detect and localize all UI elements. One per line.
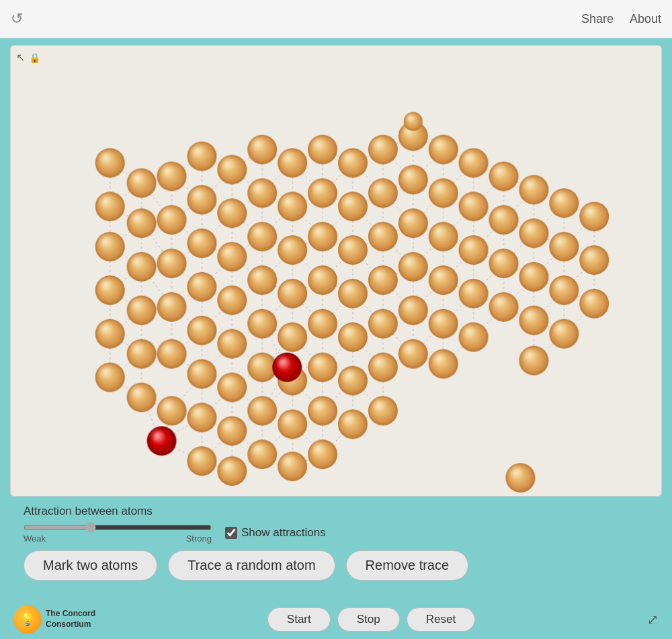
top-bar-left: ↺ xyxy=(11,10,23,28)
show-attractions-container[interactable]: Show attractions xyxy=(225,526,326,540)
concord-logo: 💡 The Concord Consortium xyxy=(13,605,95,634)
simulation-area[interactable]: ↖ 🔒 xyxy=(10,45,662,497)
start-button[interactable]: Start xyxy=(267,607,331,632)
attraction-label: Attraction between atoms xyxy=(24,505,648,518)
slider-container: Weak Strong xyxy=(24,522,212,544)
attraction-slider[interactable] xyxy=(24,522,212,533)
slider-labels: Weak Strong xyxy=(24,534,212,544)
about-button[interactable]: About xyxy=(630,12,661,26)
show-attractions-label[interactable]: Show attractions xyxy=(241,526,326,540)
controls-area: Attraction between atoms Weak Strong Sho… xyxy=(10,497,662,586)
reset-button[interactable]: Reset xyxy=(407,607,475,632)
mark-two-atoms-button[interactable]: Mark two atoms xyxy=(24,550,157,581)
expand-icon: ⤢ xyxy=(647,611,659,628)
playback-buttons: Start Stop Reset xyxy=(267,607,475,632)
share-button[interactable]: Share xyxy=(581,12,614,26)
top-bar-right: Share About xyxy=(581,12,661,26)
trace-random-atom-button[interactable]: Trace a random atom xyxy=(168,550,335,581)
slider-row: Weak Strong Show attractions xyxy=(24,522,648,544)
show-attractions-checkbox[interactable] xyxy=(225,527,237,539)
stop-button[interactable]: Stop xyxy=(337,607,400,632)
concord-logo-icon: 💡 xyxy=(13,605,42,634)
weak-label: Weak xyxy=(24,534,46,544)
fullscreen-button[interactable]: ⤢ xyxy=(647,611,659,628)
strong-label: Strong xyxy=(186,534,212,544)
action-buttons: Mark two atoms Trace a random atom Remov… xyxy=(24,550,648,581)
refresh-icon[interactable]: ↺ xyxy=(11,10,23,28)
concord-logo-text: The Concord Consortium xyxy=(46,609,95,630)
main-container: ↖ 🔒 Attraction between atoms Weak Strong… xyxy=(0,38,672,639)
remove-trace-button[interactable]: Remove trace xyxy=(346,550,469,581)
top-bar: ↺ Share About xyxy=(0,0,672,38)
atom-canvas xyxy=(11,46,661,496)
bottom-bar: 💡 The Concord Consortium Start Stop Rese… xyxy=(0,600,672,639)
